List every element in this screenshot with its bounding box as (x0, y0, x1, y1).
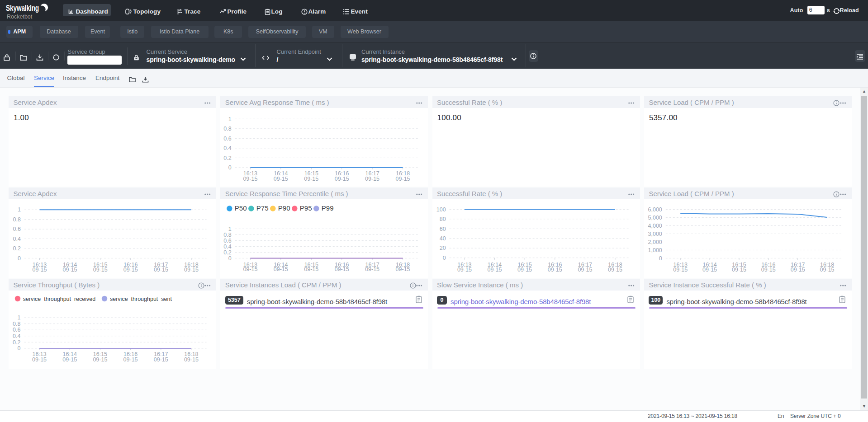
svg-text:0.2: 0.2 (224, 155, 232, 161)
svg-text:09-15: 09-15 (32, 356, 47, 363)
svg-text:09-15: 09-15 (154, 356, 168, 363)
svg-text:0.4: 0.4 (224, 145, 232, 151)
svg-text:09-15: 09-15 (578, 267, 592, 273)
svg-text:09-15: 09-15 (62, 356, 77, 363)
svg-text:09-15: 09-15 (820, 267, 834, 273)
svg-text:09-15: 09-15 (243, 176, 258, 182)
svg-text:0.6: 0.6 (13, 226, 21, 232)
svg-text:09-15: 09-15 (396, 266, 410, 272)
svg-text:0.4: 0.4 (224, 244, 232, 250)
svg-text:100: 100 (436, 206, 446, 213)
svg-text:P75: P75 (256, 204, 269, 212)
svg-text:09-15: 09-15 (184, 356, 199, 363)
svg-text:0: 0 (228, 255, 232, 262)
svg-text:0.6: 0.6 (224, 136, 232, 142)
svg-text:09-15: 09-15 (184, 267, 199, 273)
svg-text:P95: P95 (300, 204, 312, 212)
svg-text:09-15: 09-15 (63, 267, 77, 273)
svg-text:0.8: 0.8 (224, 126, 232, 132)
svg-text:P90: P90 (278, 204, 290, 212)
svg-text:09-15: 09-15 (304, 266, 319, 272)
svg-text:1: 1 (18, 314, 21, 321)
svg-text:0: 0 (18, 255, 21, 262)
svg-text:09-15: 09-15 (702, 267, 717, 273)
svg-text:0.6: 0.6 (13, 327, 20, 333)
svg-text:09-15: 09-15 (761, 267, 776, 273)
svg-text:0: 0 (18, 345, 21, 352)
svg-text:80: 80 (439, 216, 446, 222)
svg-text:09-15: 09-15 (673, 267, 688, 273)
svg-text:service_throughput_received: service_throughput_received (23, 296, 96, 302)
svg-text:4,000: 4,000 (648, 223, 662, 229)
svg-text:09-15: 09-15 (365, 266, 379, 272)
svg-text:0.8: 0.8 (224, 232, 232, 238)
svg-text:P50: P50 (235, 204, 247, 212)
svg-text:service_throughput_sent: service_throughput_sent (110, 296, 172, 302)
svg-text:0: 0 (442, 255, 446, 261)
svg-text:0.2: 0.2 (13, 245, 21, 252)
svg-text:09-15: 09-15 (243, 266, 258, 272)
svg-text:0.4: 0.4 (13, 236, 21, 242)
svg-text:09-15: 09-15 (274, 266, 288, 272)
svg-text:09-15: 09-15 (335, 266, 349, 272)
svg-text:0.2: 0.2 (224, 249, 232, 256)
svg-text:0.8: 0.8 (13, 321, 20, 327)
svg-text:09-15: 09-15 (396, 176, 410, 182)
svg-text:09-15: 09-15 (547, 267, 562, 273)
svg-text:09-15: 09-15 (791, 267, 805, 273)
svg-text:09-15: 09-15 (608, 267, 622, 273)
svg-text:1: 1 (228, 116, 232, 122)
svg-text:6,000: 6,000 (648, 206, 662, 213)
svg-text:2,000: 2,000 (648, 239, 662, 245)
svg-text:1: 1 (18, 206, 21, 213)
svg-text:09-15: 09-15 (487, 267, 502, 273)
svg-text:3,000: 3,000 (648, 231, 662, 237)
svg-text:09-15: 09-15 (335, 176, 349, 182)
svg-text:P99: P99 (322, 204, 334, 212)
svg-text:0: 0 (659, 255, 662, 262)
svg-text:09-15: 09-15 (93, 267, 108, 273)
svg-text:09-15: 09-15 (154, 267, 168, 273)
svg-text:60: 60 (439, 226, 446, 232)
svg-text:0.2: 0.2 (13, 339, 20, 346)
svg-text:0.6: 0.6 (224, 238, 232, 244)
svg-text:09-15: 09-15 (365, 176, 379, 182)
svg-text:09-15: 09-15 (304, 176, 319, 182)
svg-text:0: 0 (228, 164, 232, 171)
svg-text:09-15: 09-15 (517, 267, 532, 273)
svg-text:09-15: 09-15 (93, 356, 107, 363)
svg-text:09-15: 09-15 (274, 176, 288, 182)
svg-text:5,000: 5,000 (648, 215, 662, 221)
svg-text:0.8: 0.8 (13, 216, 21, 223)
svg-text:0.4: 0.4 (13, 333, 20, 339)
svg-text:40: 40 (439, 235, 446, 242)
svg-text:09-15: 09-15 (123, 267, 138, 273)
svg-text:09-15: 09-15 (457, 267, 472, 273)
svg-text:09-15: 09-15 (123, 356, 138, 363)
svg-text:1,000: 1,000 (648, 247, 662, 253)
svg-text:20: 20 (439, 245, 446, 251)
svg-text:1: 1 (228, 226, 232, 232)
svg-text:09-15: 09-15 (732, 267, 746, 273)
svg-text:09-15: 09-15 (33, 267, 47, 273)
